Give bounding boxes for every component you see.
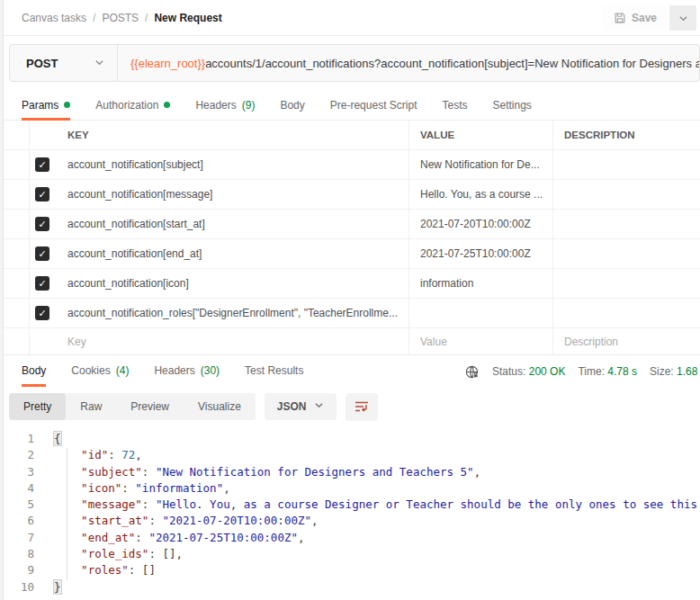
tab-tests[interactable]: Tests xyxy=(442,90,467,120)
breadcrumb-folder[interactable]: POSTS xyxy=(102,12,139,24)
request-url-control: POST {{elearn_root}}accounts/1/account_n… xyxy=(9,44,700,82)
url-path: accounts/1/account_notifications?account… xyxy=(205,57,699,70)
checkbox-cell xyxy=(30,328,55,354)
response-body-code[interactable]: 1{2 "id": 72,3 "subject": "New Notificat… xyxy=(0,425,700,596)
param-key-cell[interactable]: account_notification_roles["DesignerEnro… xyxy=(55,299,409,327)
checkbox-cell: ✓ xyxy=(30,150,55,179)
response-tabs: BodyCookies(4)Headers(30)Test Results xyxy=(22,355,328,386)
param-description-cell[interactable] xyxy=(553,269,700,298)
drag-handle-cell[interactable] xyxy=(0,239,30,268)
code-token: "end_at" xyxy=(81,531,135,544)
code-token: : xyxy=(148,547,162,560)
tab-count: (9) xyxy=(242,99,256,112)
param-description-cell[interactable] xyxy=(553,210,700,238)
param-value-cell[interactable]: information xyxy=(409,269,553,298)
tab-headers[interactable]: Headers(9) xyxy=(195,90,255,120)
code-token: , xyxy=(135,448,142,461)
tab-pre-request-script[interactable]: Pre-request Script xyxy=(330,90,417,120)
code-token: [] xyxy=(162,547,175,560)
line-number: 1 xyxy=(0,431,43,447)
tab-label: Tests xyxy=(442,99,467,112)
drag-handle-cell[interactable] xyxy=(0,210,30,238)
code-line: 1{ xyxy=(0,431,700,447)
code-token: { xyxy=(54,432,61,445)
line-content: "end_at": "2021-07-25T10:00:00Z", xyxy=(43,530,305,546)
topbar: Canvas tasks/POSTS/New Request Save xyxy=(0,0,700,36)
param-value-cell[interactable]: 2021-07-25T10:00:00Z xyxy=(409,239,553,268)
param-key-cell[interactable]: account_notification[end_at] xyxy=(55,239,409,268)
param-description-cell[interactable] xyxy=(553,150,700,179)
view-tab-raw[interactable]: Raw xyxy=(66,393,116,420)
view-tab-preview[interactable]: Preview xyxy=(116,393,184,420)
code-line: 9 "roles": [] xyxy=(0,562,700,578)
row-checkbox[interactable]: ✓ xyxy=(35,246,49,261)
param-value-cell[interactable]: New Notification for De... xyxy=(409,150,553,179)
line-content: "role_ids": [], xyxy=(43,546,183,562)
network-globe-icon[interactable] xyxy=(464,364,480,380)
drag-handle-cell[interactable] xyxy=(0,180,30,209)
line-number: 6 xyxy=(0,513,43,529)
method-selector[interactable]: POST xyxy=(10,45,118,81)
response-tab-body[interactable]: Body xyxy=(22,355,46,386)
url-input[interactable]: {{elearn_root}}accounts/1/account_notifi… xyxy=(118,45,699,81)
row-checkbox[interactable]: ✓ xyxy=(35,306,49,320)
line-number: 2 xyxy=(0,447,43,463)
code-line: 4 "icon": "information", xyxy=(0,480,700,497)
checkbox-cell: ✓ xyxy=(30,239,55,268)
response-tab-headers[interactable]: Headers(30) xyxy=(154,355,220,386)
row-checkbox[interactable]: ✓ xyxy=(35,217,49,231)
save-button[interactable]: Save xyxy=(603,5,668,31)
tab-authorization[interactable]: Authorization xyxy=(95,90,170,120)
breadcrumb-request-name[interactable]: New Request xyxy=(154,12,221,24)
row-checkbox[interactable]: ✓ xyxy=(35,276,49,291)
time-value: 4.78 s xyxy=(607,365,637,378)
drag-handle-cell[interactable] xyxy=(0,299,30,327)
param-value-cell[interactable]: Hello. You, as a course ... xyxy=(409,180,553,209)
drag-handle-cell[interactable] xyxy=(0,150,30,179)
tab-label: Pre-request Script xyxy=(330,99,417,112)
param-key-cell[interactable]: account_notification[start_at] xyxy=(55,210,409,238)
line-content: "id": 72, xyxy=(43,447,142,463)
format-dropdown[interactable]: JSON xyxy=(265,393,337,420)
param-description-cell[interactable] xyxy=(553,299,700,327)
param-value-cell[interactable] xyxy=(409,299,553,327)
row-checkbox[interactable]: ✓ xyxy=(35,157,49,172)
response-tab-cookies[interactable]: Cookies(4) xyxy=(71,355,129,386)
description-input[interactable]: Description xyxy=(553,328,700,354)
param-key-cell[interactable]: account_notification[subject] xyxy=(55,150,409,179)
response-tab-test-results[interactable]: Test Results xyxy=(245,355,303,386)
key-input[interactable]: Key xyxy=(55,328,409,354)
drag-handle-cell xyxy=(0,328,30,354)
drag-handle-cell[interactable] xyxy=(0,269,30,298)
tab-settings[interactable]: Settings xyxy=(493,90,532,120)
param-key-cell[interactable]: account_notification[message] xyxy=(55,180,409,209)
view-tab-pretty[interactable]: Pretty xyxy=(9,393,66,420)
code-lines: 1{2 "id": 72,3 "subject": "New Notificat… xyxy=(0,431,700,596)
tab-params[interactable]: Params xyxy=(22,90,70,120)
params-new-row: Key Value Description xyxy=(0,328,700,355)
tab-body[interactable]: Body xyxy=(280,90,304,120)
param-description-cell[interactable] xyxy=(553,180,700,209)
tab-label: Test Results xyxy=(245,364,303,377)
param-value-cell[interactable]: 2021-07-20T10:00:00Z xyxy=(409,210,553,238)
line-number: 3 xyxy=(0,464,43,480)
param-description-cell[interactable] xyxy=(553,239,700,268)
code-token xyxy=(54,497,81,511)
code-token: "Hello. You, as a course Designer or Tea… xyxy=(156,497,700,511)
wrap-line-button[interactable] xyxy=(346,393,378,421)
row-checkbox[interactable]: ✓ xyxy=(35,187,49,201)
tab-label: Body xyxy=(22,364,46,377)
param-key-cell[interactable]: account_notification[icon] xyxy=(55,269,409,298)
line-content: } xyxy=(43,579,61,596)
green-dot-icon xyxy=(64,102,70,108)
status-value: 200 OK xyxy=(529,365,566,378)
tab-count: (30) xyxy=(201,364,220,377)
save-options-caret[interactable] xyxy=(669,5,696,31)
tab-label: Settings xyxy=(493,99,532,112)
drag-handle-column xyxy=(0,121,30,149)
view-tab-visualize[interactable]: Visualize xyxy=(184,393,256,420)
url-environment-variable: {{elearn_root}} xyxy=(130,57,205,70)
value-input[interactable]: Value xyxy=(409,328,553,354)
breadcrumb-collection[interactable]: Canvas tasks xyxy=(22,12,86,24)
code-token: : xyxy=(129,563,142,577)
